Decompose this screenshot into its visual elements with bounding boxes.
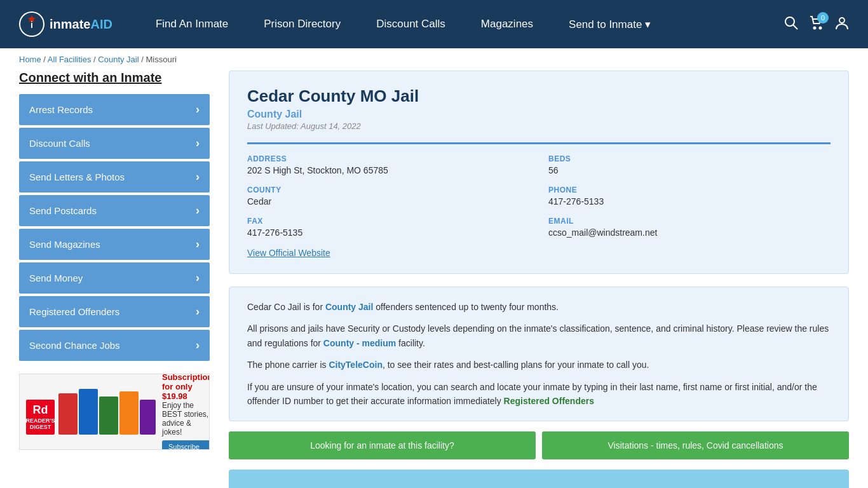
subscribe-button[interactable]: Subscribe Now: [162, 440, 210, 450]
svg-point-6: [820, 27, 822, 29]
breadcrumb-all-facilities[interactable]: All Facilities: [48, 55, 92, 64]
sidebar-title: Connect with an Inmate: [19, 71, 210, 85]
facility-info-grid: ADDRESS 202 S High St, Stockton, MO 6578…: [247, 142, 831, 238]
sidebar-label: Send Letters & Photos: [29, 172, 125, 182]
logo-text: inmateAID: [50, 17, 112, 32]
nav-send-to-inmate[interactable]: Send to Inmate ▾: [551, 0, 668, 48]
sidebar-item-discount-calls[interactable]: Discount Calls ›: [19, 128, 210, 159]
svg-point-7: [839, 18, 844, 23]
sidebar-item-send-postcards[interactable]: Send Postcards ›: [19, 195, 210, 226]
svg-line-4: [793, 25, 797, 29]
sidebar-menu: Arrest Records › Discount Calls › Send L…: [19, 94, 210, 361]
breadcrumb-state: Missouri: [146, 55, 176, 64]
chevron-right-icon: ›: [196, 271, 200, 285]
content-area: Cedar County MO Jail County Jail Last Up…: [229, 71, 849, 488]
address-value: 202 S High St, Stockton, MO 65785: [247, 165, 529, 175]
readers-digest-logo: Rd READER'SDIGEST: [26, 400, 55, 435]
address-field: ADDRESS 202 S High St, Stockton, MO 6578…: [247, 154, 529, 175]
beds-field: BEDS 56: [548, 154, 831, 175]
facility-subtitle: County Jail: [247, 109, 831, 120]
fax-value: 417-276-5135: [247, 227, 529, 238]
search-button[interactable]: [784, 16, 798, 33]
county-label: COUNTY: [247, 186, 529, 194]
address-label: ADDRESS: [247, 154, 529, 163]
description-para2: All prisons and jails have Security or C…: [247, 322, 831, 350]
find-inmate-button[interactable]: Looking for an inmate at this facility?: [229, 431, 536, 459]
cart-count: 0: [817, 12, 829, 24]
sidebar-label: Registered Offenders: [29, 306, 119, 317]
beds-label: BEDS: [548, 154, 831, 163]
phone-label: PHONE: [548, 186, 831, 194]
ad-text: 1 Year Subscription for only $19.98 Enjo…: [162, 374, 210, 450]
visitations-button[interactable]: Visitations - times, rules, Covid cancel…: [542, 431, 849, 459]
sidebar-ad: Rd READER'SDIGEST 1 Year Subscription fo…: [19, 374, 210, 450]
official-website-link[interactable]: View Official Website: [247, 248, 330, 258]
facility-card: Cedar County MO Jail County Jail Last Up…: [229, 71, 849, 274]
email-label: EMAIL: [548, 217, 831, 226]
sidebar-label: Send Postcards: [29, 205, 97, 216]
chevron-right-icon: ›: [196, 305, 200, 318]
sidebar-label: Send Magazines: [29, 239, 100, 250]
ad-promo: 1 Year Subscription for only $19.98: [162, 374, 210, 401]
cart-button[interactable]: 0: [810, 16, 824, 33]
nav-icons: 0: [784, 16, 849, 33]
ad-books-image: Rd READER'SDIGEST: [26, 389, 156, 435]
nav-magazines[interactable]: Magazines: [463, 0, 551, 48]
email-value: ccso_mail@windstream.net: [548, 227, 831, 238]
fax-field: FAX 417-276-5135: [247, 217, 529, 238]
nav-prison-directory[interactable]: Prison Directory: [246, 0, 358, 48]
breadcrumb-county-jail[interactable]: County Jail: [98, 55, 139, 64]
chevron-right-icon: ›: [196, 103, 200, 116]
county-value: Cedar: [247, 196, 529, 207]
chevron-right-icon: ›: [196, 339, 200, 352]
main-nav: Find An Inmate Prison Directory Discount…: [138, 0, 784, 48]
sidebar-item-send-magazines[interactable]: Send Magazines ›: [19, 229, 210, 260]
header: i inmateAID Find An Inmate Prison Direct…: [0, 0, 868, 48]
chevron-right-icon: ›: [196, 170, 200, 184]
breadcrumb-home[interactable]: Home: [19, 55, 41, 64]
svg-point-5: [814, 27, 816, 29]
description-para3: The phone carrier is CityTeleCoin, to se…: [247, 358, 831, 372]
sidebar-item-second-chance-jobs[interactable]: Second Chance Jobs ›: [19, 330, 210, 361]
email-field: EMAIL ccso_mail@windstream.net: [548, 217, 831, 238]
nav-find-inmate[interactable]: Find An Inmate: [138, 0, 246, 48]
ad-description: Enjoy the BEST stories, advice & jokes!: [162, 401, 208, 437]
fax-label: FAX: [247, 217, 529, 226]
chevron-right-icon: ›: [196, 137, 200, 150]
beds-value: 56: [548, 165, 831, 175]
facility-title: Cedar County MO Jail: [247, 86, 831, 106]
svg-point-3: [785, 17, 794, 26]
sidebar-item-send-money[interactable]: Send Money ›: [19, 262, 210, 294]
chevron-right-icon: ›: [196, 238, 200, 251]
user-button[interactable]: [835, 16, 849, 33]
county-medium-link[interactable]: County - medium: [323, 338, 396, 348]
sidebar-item-registered-offenders[interactable]: Registered Offenders ›: [19, 296, 210, 327]
nav-discount-calls[interactable]: Discount Calls: [358, 0, 463, 48]
logo[interactable]: i inmateAID: [19, 11, 112, 37]
sidebar-label: Send Money: [29, 273, 83, 283]
sidebar-item-send-letters[interactable]: Send Letters & Photos ›: [19, 161, 210, 193]
facility-updated: Last Updated: August 14, 2022: [247, 121, 831, 131]
logo-icon: i: [19, 11, 44, 37]
sidebar-label: Arrest Records: [29, 104, 93, 115]
sidebar-label: Second Chance Jobs: [29, 340, 120, 351]
citytelecoin-link[interactable]: CityTeleCoin: [329, 360, 383, 370]
phone-field: PHONE 417-276-5133: [548, 186, 831, 207]
description-area: Cedar Co Jail is for County Jail offende…: [229, 287, 849, 421]
description-para1: Cedar Co Jail is for County Jail offende…: [247, 300, 831, 314]
description-para4: If you are unsure of your inmate's locat…: [247, 380, 831, 409]
registered-offenders-link[interactable]: Registered Offenders: [504, 396, 594, 406]
chevron-right-icon: ›: [196, 204, 200, 217]
main-content: Connect with an Inmate Arrest Records › …: [0, 71, 868, 488]
sidebar-item-arrest-records[interactable]: Arrest Records ›: [19, 94, 210, 125]
facility-image: [229, 470, 849, 488]
breadcrumb: Home / All Facilities / County Jail / Mi…: [0, 48, 868, 71]
phone-value: 417-276-5133: [548, 196, 831, 207]
sidebar-label: Discount Calls: [29, 138, 90, 149]
sidebar: Connect with an Inmate Arrest Records › …: [19, 71, 210, 488]
action-buttons: Looking for an inmate at this facility? …: [229, 431, 849, 459]
county-field: COUNTY Cedar: [247, 186, 529, 207]
county-jail-link[interactable]: County Jail: [325, 302, 373, 312]
